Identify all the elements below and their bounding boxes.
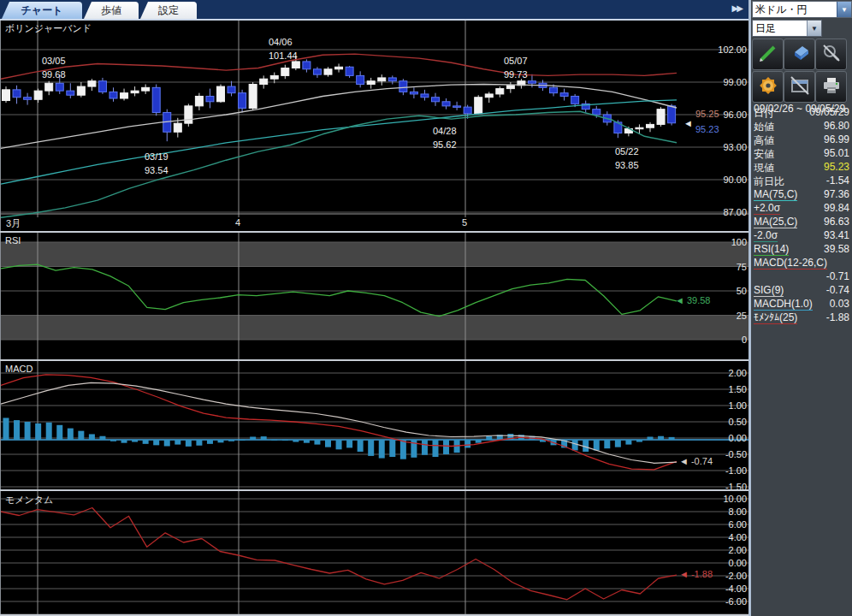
quote-row-label: MA(25,C) <box>754 216 797 228</box>
value-marker: ◄ -0.74 <box>679 456 713 466</box>
series-RSI(14) <box>1 264 677 316</box>
macd-histogram-bar <box>422 440 428 455</box>
chevron-down-icon[interactable]: ▼ <box>807 21 821 36</box>
annotation-value: 101.44 <box>269 49 298 62</box>
value-marker: 95.25 <box>695 109 719 119</box>
axis-tick-label: 96.00 <box>723 110 747 120</box>
macd-histogram-bar <box>35 424 41 440</box>
candle-body <box>506 86 514 89</box>
band-zone <box>1 316 750 341</box>
quote-row-value: -0.74 <box>826 284 849 296</box>
macd-histogram-bar <box>25 422 31 440</box>
candle-body <box>185 106 192 123</box>
month-label: 5 <box>462 217 467 228</box>
candle-body <box>442 102 450 106</box>
axis-tick-label: -4.00 <box>725 583 747 594</box>
candle-body <box>98 81 106 92</box>
macd-histogram-bar <box>218 440 224 442</box>
panel-title: ボリンジャーバンド <box>5 22 92 35</box>
axis-tick-label: 0.00 <box>729 433 747 443</box>
momentum-plot[interactable] <box>1 491 750 616</box>
macd-histogram-bar <box>604 440 610 448</box>
quote-row-label: 現値 <box>754 161 774 175</box>
candle-body <box>228 86 235 93</box>
tab-2[interactable]: 設定 <box>140 2 197 19</box>
candle-body <box>335 67 343 69</box>
axis-tick-label: 0 <box>742 335 747 345</box>
candle-body <box>217 86 225 102</box>
candle-body <box>3 90 10 101</box>
panel-divider <box>0 231 749 233</box>
macd-histogram-bar <box>228 440 234 441</box>
bollinger-plot[interactable] <box>1 20 750 231</box>
axis-tick-label: -0.50 <box>725 449 747 459</box>
symbol-select[interactable]: 米ドル・円 ▼ <box>752 1 852 18</box>
macd-histogram-bar <box>583 440 589 452</box>
macd-histogram-bar <box>325 440 331 447</box>
macd-histogram-bar <box>368 440 374 456</box>
tab-overflow-icon[interactable]: ▶▶ <box>732 3 742 13</box>
candle-body <box>647 124 654 127</box>
annotation-value: 99.73 <box>504 68 528 81</box>
candle-body <box>195 96 203 105</box>
chevron-down-icon[interactable]: ▼ <box>837 2 851 17</box>
gear-icon <box>757 74 779 100</box>
draw-button[interactable] <box>752 38 784 70</box>
macd-histogram-bar <box>293 440 299 442</box>
panel-rsi[interactable]: 1007550250RSI◄ 39.58 <box>0 233 750 359</box>
series--2.0σ <box>1 111 677 217</box>
macd-histogram-bar <box>153 440 159 445</box>
candle-body <box>550 87 558 92</box>
quote-row-value: 09/05/29 <box>809 106 849 118</box>
axis-tick-label: 99.00 <box>723 77 747 87</box>
macd-histogram-bar <box>636 440 642 442</box>
rsi-plot[interactable] <box>1 233 750 359</box>
macd-histogram-bar <box>196 440 202 446</box>
candle-body <box>378 78 386 81</box>
macd-histogram-bar <box>89 434 95 440</box>
candle-body <box>34 91 42 99</box>
macd-histogram-bar <box>68 429 74 440</box>
print-button[interactable] <box>815 71 847 103</box>
pencil-icon <box>757 42 779 68</box>
axis-tick-label: 0.50 <box>729 417 747 427</box>
macd-histogram-bar <box>143 440 149 444</box>
quote-row-label: 前日比 <box>754 175 784 189</box>
panel-layout-button[interactable] <box>784 71 815 103</box>
period-select[interactable]: 日足 ▼ <box>752 20 822 37</box>
macd-histogram-bar <box>56 425 62 440</box>
macd-histogram-bar <box>78 431 84 440</box>
macd-histogram-bar <box>358 440 364 452</box>
quote-row: RSI(14)39.58 <box>754 243 849 257</box>
band-zone <box>1 242 750 267</box>
macd-histogram-bar <box>658 436 664 440</box>
axis-tick-label: 100 <box>731 237 747 247</box>
chart-root: 102.0099.0096.0093.0090.0087.003月45ボリンジャ… <box>0 0 749 616</box>
panel-disabled-icon <box>789 74 811 100</box>
annotation-date: 03/19 <box>145 150 169 163</box>
axis-tick-label: 102.00 <box>718 44 747 55</box>
quote-row-label: ﾓﾒﾝﾀﾑ(25) <box>754 311 797 324</box>
erase-button[interactable] <box>784 38 815 70</box>
candle-body <box>45 83 53 91</box>
panel-momentum[interactable]: 10.008.006.004.002.000.00-2.00-4.00-6.00… <box>0 491 750 616</box>
panel-bollinger[interactable]: 102.0099.0096.0093.0090.0087.003月45ボリンジャ… <box>0 20 750 231</box>
candle-body <box>249 85 257 109</box>
macd-plot[interactable] <box>1 361 750 489</box>
zoom-button[interactable] <box>815 38 847 70</box>
candle-body <box>410 92 417 94</box>
eraser-icon <box>789 42 811 68</box>
tab-0[interactable]: チャート <box>2 2 82 19</box>
settings-button[interactable] <box>752 71 784 103</box>
macd-histogram-bar <box>314 440 320 445</box>
panel-macd[interactable]: 2.001.501.000.500.00-0.50-1.00-1.50MACD◄… <box>0 361 750 489</box>
axis-tick-label: 1.50 <box>729 384 747 394</box>
tab-1[interactable]: 歩値 <box>84 2 139 19</box>
macd-histogram-bar <box>132 440 138 442</box>
quote-row-value: 39.58 <box>824 243 849 255</box>
value-marker: 95.23 <box>695 124 719 134</box>
macd-histogram-bar <box>379 440 385 459</box>
candle-body <box>77 86 85 95</box>
macd-histogram-bar <box>271 440 277 441</box>
candle-body <box>668 106 676 123</box>
